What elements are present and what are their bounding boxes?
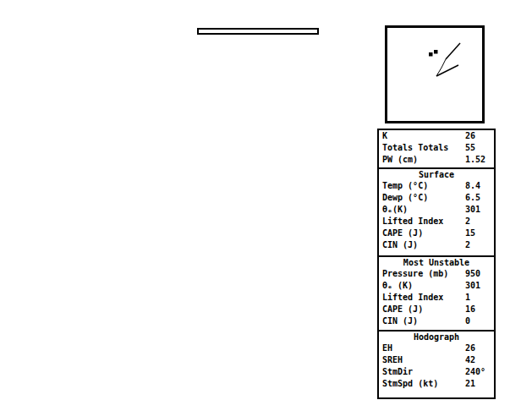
index-label: SREH bbox=[382, 354, 403, 366]
index-row-k: K26 bbox=[379, 130, 494, 142]
index-value: 2 bbox=[465, 239, 470, 251]
index-label: Lifted Index bbox=[382, 216, 443, 227]
index-row-cape-j-: CAPE (J)16 bbox=[379, 304, 494, 315]
index-row-dewp-c-: Dewp (°C)6.5 bbox=[379, 192, 494, 204]
index-label: θₑ(K) bbox=[382, 204, 408, 216]
index-row-stmspd-kt-: StmSpd (kt)21 bbox=[379, 378, 494, 390]
index-label: PW (cm) bbox=[382, 154, 418, 166]
chart-legend bbox=[197, 28, 319, 35]
index-row-totals-totals: Totals Totals55 bbox=[379, 142, 494, 154]
index-row-temp-c-: Temp (°C)8.4 bbox=[379, 180, 494, 192]
index-value: 21 bbox=[465, 378, 475, 390]
index-row-cin-j-: CIN (J)0 bbox=[379, 315, 494, 327]
index-row--k-: θₑ (K)301 bbox=[379, 280, 494, 292]
index-value: 16 bbox=[465, 304, 475, 315]
index-value: 301 bbox=[465, 204, 480, 216]
index-label: Lifted Index bbox=[382, 292, 443, 304]
index-label: Totals Totals bbox=[382, 142, 448, 154]
index-label: StmDir bbox=[382, 366, 413, 378]
index-value: 0 bbox=[465, 315, 470, 327]
index-row-sreh: SREH42 bbox=[379, 354, 494, 366]
index-label: θₑ (K) bbox=[382, 280, 413, 292]
index-value: 26 bbox=[465, 342, 475, 354]
index-row-pressure-mb-: Pressure (mb)950 bbox=[379, 268, 494, 280]
index-label: K bbox=[382, 130, 387, 142]
index-value: 1 bbox=[465, 292, 470, 304]
index-label: CAPE (J) bbox=[382, 304, 423, 315]
index-value: 1.52 bbox=[465, 154, 485, 166]
index-row-eh: EH26 bbox=[379, 342, 494, 354]
indices-summary-table: K26Totals Totals55PW (cm)1.52 bbox=[377, 129, 496, 171]
index-label: StmSpd (kt) bbox=[382, 378, 438, 390]
index-value: 240° bbox=[465, 366, 485, 378]
index-row--k-: θₑ(K)301 bbox=[379, 204, 494, 216]
index-label: Temp (°C) bbox=[382, 180, 428, 192]
index-value: 2 bbox=[465, 216, 470, 227]
index-value: 42 bbox=[465, 354, 475, 366]
index-row-stmdir: StmDir240° bbox=[379, 366, 494, 378]
index-label: CAPE (J) bbox=[382, 227, 423, 239]
index-label: Pressure (mb) bbox=[382, 268, 448, 280]
index-value: 6.5 bbox=[465, 192, 480, 204]
index-row-lifted-index: Lifted Index1 bbox=[379, 292, 494, 304]
skewt-sounding-page: K26Totals Totals55PW (cm)1.52 SurfaceTem… bbox=[0, 0, 532, 411]
index-value: 15 bbox=[465, 227, 475, 239]
index-section-title: Surface bbox=[379, 169, 494, 180]
index-label: EH bbox=[382, 342, 392, 354]
hodograph-plot bbox=[387, 28, 482, 121]
index-section-title: Most Unstable bbox=[379, 257, 494, 268]
index-label: CIN (J) bbox=[382, 315, 418, 327]
index-row-cin-j-: CIN (J)2 bbox=[379, 239, 494, 251]
most-unstable-indices-table: Most UnstablePressure (mb)950θₑ (K)301Li… bbox=[377, 255, 496, 333]
index-section-title: Hodograph bbox=[379, 332, 494, 342]
index-label: Dewp (°C) bbox=[382, 192, 428, 204]
index-row-lifted-index: Lifted Index2 bbox=[379, 216, 494, 227]
surface-indices-table: SurfaceTemp (°C)8.4Dewp (°C)6.5θₑ(K)301L… bbox=[377, 167, 496, 259]
index-value: 950 bbox=[465, 268, 480, 280]
index-label: CIN (J) bbox=[382, 239, 418, 251]
index-row-cape-j-: CAPE (J)15 bbox=[379, 227, 494, 239]
hodograph-panel bbox=[385, 25, 485, 123]
index-value: 301 bbox=[465, 280, 480, 292]
index-value: 8.4 bbox=[465, 180, 480, 192]
index-value: 55 bbox=[465, 142, 475, 154]
hodograph-indices-table: HodographEH26SREH42StmDir240°StmSpd (kt)… bbox=[377, 330, 496, 399]
index-row-pw-cm-: PW (cm)1.52 bbox=[379, 154, 494, 166]
index-value: 26 bbox=[465, 130, 475, 142]
